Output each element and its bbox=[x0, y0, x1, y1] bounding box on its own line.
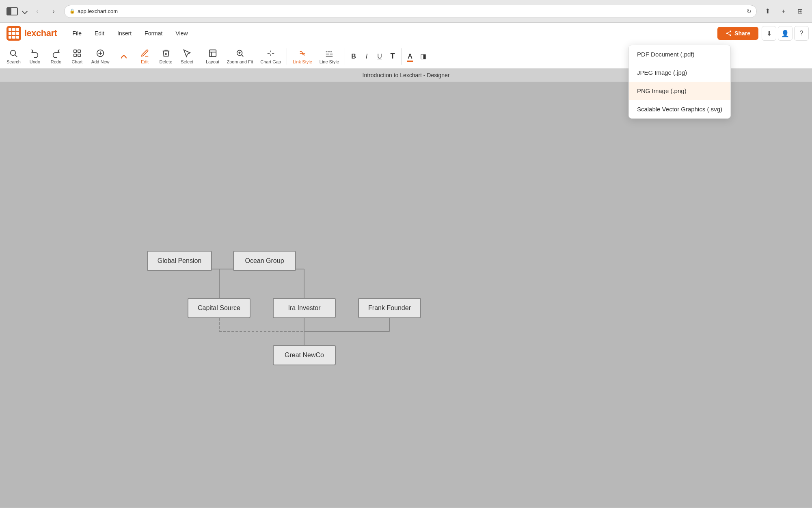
edit-label: Edit bbox=[141, 59, 149, 64]
toolbar-delete-btn[interactable]: Delete bbox=[156, 46, 176, 67]
font-color-btn[interactable]: A bbox=[404, 50, 416, 63]
menu-file[interactable]: File bbox=[67, 28, 87, 39]
sidebar-toggle-btn[interactable] bbox=[6, 7, 18, 15]
toolbar-addnew-btn[interactable]: Add New bbox=[88, 46, 113, 67]
toolbar-redo-btn[interactable]: Redo bbox=[46, 46, 66, 67]
new-tab-btn[interactable]: + bbox=[778, 6, 789, 17]
browser-actions: ⬆ + ⊞ bbox=[762, 6, 806, 17]
toolbar-divider-2 bbox=[287, 48, 287, 65]
logo-text: lexchart bbox=[24, 28, 57, 39]
svg-point-0 bbox=[11, 50, 16, 55]
italic-btn[interactable]: I bbox=[361, 50, 373, 63]
node-ira-investor-label: Ira Investor bbox=[288, 304, 320, 312]
menu-bar: File Edit Insert Format View bbox=[63, 28, 197, 39]
node-capital-source[interactable]: Capital Source bbox=[188, 298, 251, 318]
back-btn[interactable]: ‹ bbox=[32, 6, 43, 17]
redo-icon bbox=[52, 49, 60, 58]
select-icon bbox=[183, 49, 192, 58]
download-btn[interactable]: ⬇ bbox=[762, 26, 776, 41]
share-browser-btn[interactable]: ⬆ bbox=[762, 6, 773, 17]
node-capital-source-label: Capital Source bbox=[198, 304, 240, 312]
toolbar-layout-btn[interactable]: Layout bbox=[203, 46, 223, 67]
share-button[interactable]: Share bbox=[717, 27, 758, 40]
search-label: Search bbox=[6, 59, 21, 64]
node-great-newco-label: Great NewCo bbox=[285, 352, 324, 359]
toolbar-zoom-btn[interactable]: Zoom and Fit bbox=[224, 46, 257, 67]
svg-rect-2 bbox=[74, 50, 76, 52]
chevron-down-icon[interactable] bbox=[22, 8, 28, 14]
dropdown-svg[interactable]: Scalable Vector Graphics (.svg) bbox=[629, 100, 730, 118]
menu-view[interactable]: View bbox=[170, 28, 193, 39]
layout-label: Layout bbox=[206, 59, 219, 64]
svg-rect-9 bbox=[209, 50, 216, 56]
edit-icon bbox=[140, 49, 149, 58]
tabs-overview-btn[interactable]: ⊞ bbox=[794, 6, 806, 17]
menu-insert[interactable]: Insert bbox=[112, 28, 137, 39]
forward-btn[interactable]: › bbox=[48, 6, 59, 17]
undo-label: Undo bbox=[30, 59, 40, 64]
fill-color-btn[interactable]: ◨ bbox=[417, 50, 429, 63]
node-ocean-group[interactable]: Ocean Group bbox=[233, 251, 296, 271]
node-frank-founder[interactable]: Frank Founder bbox=[358, 298, 421, 318]
dropdown-jpg[interactable]: JPEG Image (.jpg) bbox=[629, 63, 730, 82]
browser-chrome: ‹ › 🔒 app.lexchart.com ↻ ⬆ + ⊞ bbox=[0, 0, 812, 23]
share-icon bbox=[726, 30, 732, 37]
text-size-btn[interactable]: T bbox=[387, 50, 399, 63]
layout-icon bbox=[208, 49, 217, 58]
node-global-pension-label: Global Pension bbox=[158, 257, 202, 265]
app-toolbar: lexchart File Edit Insert Format View Sh… bbox=[0, 23, 812, 44]
node-frank-founder-label: Frank Founder bbox=[368, 304, 411, 312]
svg-rect-5 bbox=[78, 54, 80, 56]
link-curve-icon bbox=[119, 51, 128, 60]
toolbar-divider-1 bbox=[200, 48, 200, 65]
canvas-svg bbox=[0, 82, 812, 508]
toolbar-select-btn[interactable]: Select bbox=[177, 46, 197, 67]
underline-btn[interactable]: U bbox=[374, 50, 386, 63]
node-global-pension[interactable]: Global Pension bbox=[147, 251, 212, 271]
canvas-area: Introduction to Lexchart - Designer bbox=[0, 69, 812, 508]
add-new-label: Add New bbox=[91, 59, 110, 64]
search-icon bbox=[9, 49, 18, 58]
svg-line-1 bbox=[15, 55, 17, 57]
toolbar-edit-btn[interactable]: Edit bbox=[135, 46, 155, 67]
help-btn[interactable]: ? bbox=[794, 26, 809, 41]
zoom-label: Zoom and Fit bbox=[227, 59, 253, 64]
font-buttons: B I U T bbox=[348, 50, 399, 63]
toolbar-right-buttons: ⬇ 👤 ? bbox=[762, 26, 809, 41]
node-great-newco[interactable]: Great NewCo bbox=[273, 345, 336, 365]
select-label: Select bbox=[181, 59, 193, 64]
dropdown-pdf[interactable]: PDF Document (.pdf) bbox=[629, 45, 730, 63]
toolbar-linestyle-btn[interactable]: Line Style bbox=[316, 46, 342, 67]
zoom-icon bbox=[235, 49, 244, 58]
toolbar-search-btn[interactable]: Search bbox=[3, 46, 24, 67]
toolbar-linkstyle-btn[interactable]: Link Style bbox=[289, 46, 315, 67]
chart-gap-label: Chart Gap bbox=[260, 59, 281, 64]
svg-rect-4 bbox=[74, 54, 76, 56]
share-label: Share bbox=[734, 30, 750, 37]
link-style-label: Link Style bbox=[293, 59, 312, 64]
app-logo: lexchart bbox=[0, 23, 63, 44]
chart-icon bbox=[73, 49, 82, 58]
canvas-content[interactable]: Global Pension Ocean Group Capital Sourc… bbox=[0, 82, 812, 508]
link-style-icon bbox=[298, 49, 307, 58]
menu-edit[interactable]: Edit bbox=[89, 28, 110, 39]
toolbar-link-btn[interactable] bbox=[114, 46, 134, 67]
toolbar-undo-btn[interactable]: Undo bbox=[25, 46, 45, 67]
toolbar-chart-btn[interactable]: Chart bbox=[67, 46, 87, 67]
refresh-icon[interactable]: ↻ bbox=[747, 8, 752, 15]
toolbar-chartgap-btn[interactable]: Chart Gap bbox=[257, 46, 284, 67]
line-style-icon bbox=[325, 49, 334, 58]
address-bar[interactable]: 🔒 app.lexchart.com ↻ bbox=[64, 5, 757, 18]
svg-line-13 bbox=[242, 55, 243, 56]
chart-label: Chart bbox=[71, 59, 82, 64]
node-ira-investor[interactable]: Ira Investor bbox=[273, 298, 336, 318]
profile-btn[interactable]: 👤 bbox=[778, 26, 793, 41]
toolbar-divider-3 bbox=[345, 48, 345, 65]
menu-format[interactable]: Format bbox=[139, 28, 168, 39]
line-style-label: Line Style bbox=[320, 59, 339, 64]
dropdown-png[interactable]: PNG Image (.png) bbox=[629, 82, 730, 100]
bold-btn[interactable]: B bbox=[348, 50, 360, 63]
color-buttons: A ◨ bbox=[404, 50, 429, 63]
redo-label: Redo bbox=[51, 59, 61, 64]
add-new-icon bbox=[96, 49, 105, 58]
